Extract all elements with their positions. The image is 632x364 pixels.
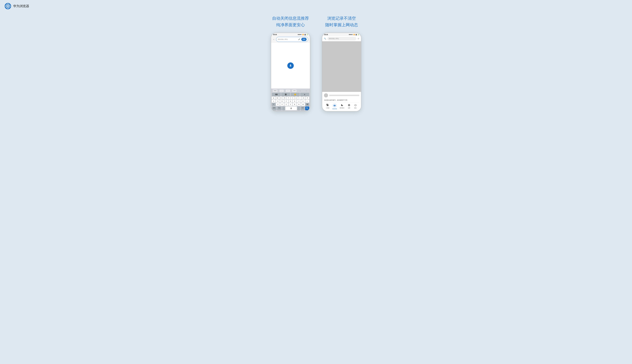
search-icon-2: 🔍 — [324, 38, 326, 40]
key-w[interactable]: W — [276, 96, 279, 100]
camera-dots-icon — [298, 34, 301, 35]
phone-1-status-icons: 📶 ▐▌ 🔋 — [298, 34, 308, 35]
section-2-title: 浏览记录不清空 随时掌握上网动态 — [325, 15, 358, 28]
toolbar-item-exit[interactable]: 退出 — [354, 104, 357, 110]
phone-1-search-bar[interactable]: 搜索或输入网址 🎤 搜索 — [276, 37, 308, 42]
key-123[interactable]: 123 — [301, 106, 305, 110]
keyboard: www. ， / .com ← → ⌨ 🖼 😊 ∨ Q W — [271, 88, 310, 111]
phone-2-search-bar[interactable]: 搜索或输入网址 — [327, 37, 356, 40]
key-keyboard-icon[interactable]: ⌨ — [272, 93, 281, 96]
key-q[interactable]: Q — [272, 96, 275, 100]
key-search-bottom[interactable] — [305, 106, 309, 110]
keyboard-special-row: ⌨ 🖼 😊 ∨ — [271, 93, 310, 96]
toolbar-item-incognito[interactable]: 无痕浏览 — [332, 104, 337, 110]
phone-1-content — [271, 43, 310, 88]
incognito-label: 无痕浏览 — [332, 108, 337, 110]
keyboard-row-2: A S D F G H J K L — [271, 100, 310, 103]
key-p[interactable]: P — [306, 96, 309, 100]
key-com[interactable]: .com — [292, 90, 297, 92]
history-avatar — [324, 93, 328, 98]
phone-2-mockup: 08:08 📶 ▐▌ 🔋 🔍 搜索或输入网址 — [322, 33, 361, 112]
toolbar-item-nightmode[interactable]: 夜间模式 — [340, 104, 344, 110]
section-1: 自动关闭信息流推荐 纯净界面更安心 08:08 📶 ▐▌ 🔋 — [271, 15, 310, 112]
key-expand[interactable]: ∨ — [300, 93, 309, 96]
wifi-icon: 📶 — [302, 34, 304, 35]
settings-icon — [347, 104, 351, 107]
toolbar-item-settings[interactable]: 设置 — [347, 104, 351, 110]
camera-dots-icon-2 — [349, 34, 352, 35]
key-c[interactable]: C — [284, 103, 288, 106]
logo-icon — [5, 2, 12, 10]
wifi-icon-2: 📶 — [353, 34, 355, 35]
mic-icon[interactable]: 🎤 — [298, 38, 300, 40]
nightmode-label: 夜间模式 — [340, 107, 344, 109]
phone-2-status-bar: 08:08 📶 ▐▌ 🔋 — [322, 33, 361, 36]
key-forward[interactable]: → — [304, 90, 308, 92]
history-name — [329, 95, 359, 96]
key-slash[interactable]: / — [286, 90, 290, 92]
key-v[interactable]: V — [289, 103, 292, 106]
key-t[interactable]: T — [287, 96, 290, 100]
toolbar-item-toolbox[interactable]: 工具箱 — [326, 104, 329, 110]
header: 华为浏览器 — [0, 0, 632, 12]
phone-2-nav: 🔍 搜索或输入网址 ↺ — [322, 36, 361, 41]
keyboard-row-3: ⇧ Z X C V B N M ⌫ — [271, 103, 310, 106]
key-h[interactable]: H — [293, 100, 297, 103]
key-z[interactable]: Z — [276, 103, 280, 106]
search-placeholder-2: 搜索或输入网址 — [329, 38, 355, 40]
phone-1-time: 08:08 — [273, 34, 277, 36]
key-chinese[interactable]: 中文 — [277, 106, 282, 110]
key-k[interactable]: K — [301, 100, 305, 103]
key-m[interactable]: M — [301, 103, 305, 106]
main-content: 自动关闭信息流推荐 纯净界面更安心 08:08 📶 ▐▌ 🔋 — [0, 12, 632, 364]
signal-icon-2: ▐▌ — [355, 34, 357, 35]
key-period-bottom[interactable]: 。 — [297, 106, 300, 110]
key-o[interactable]: O — [302, 96, 305, 100]
key-a[interactable]: A — [272, 100, 276, 103]
bottom-toolbar: 工具箱 无痕浏览 夜间模式 — [324, 102, 359, 110]
phone-1-nav: ← 搜索或输入网址 🎤 搜索 — [271, 36, 310, 43]
key-comma-bottom[interactable]: ， — [282, 106, 285, 110]
key-space[interactable] — [285, 106, 297, 110]
signal-icon: ▐▌ — [304, 34, 306, 35]
search-button[interactable]: 搜索 — [301, 38, 307, 41]
phone-1-status-bar: 08:08 📶 ▐▌ 🔋 — [271, 33, 310, 36]
key-b[interactable]: B — [293, 103, 297, 106]
keyboard-bottom-row: 符号 中文 ， 。 123 — [271, 106, 310, 110]
phone-2-content — [322, 41, 361, 92]
key-l[interactable]: L — [305, 100, 309, 103]
history-item — [324, 93, 359, 98]
key-delete[interactable]: ⌫ — [305, 103, 309, 106]
key-s[interactable]: S — [276, 100, 280, 103]
section-1-title: 自动关闭信息流推荐 纯净界面更安心 — [272, 15, 309, 28]
key-comma[interactable]: ， — [279, 90, 284, 92]
keyboard-url-row: www. ， / .com ← → — [271, 89, 310, 92]
key-emoji[interactable]: 😊 — [291, 93, 300, 96]
back-arrow-icon[interactable]: ← — [273, 38, 275, 40]
exit-label: 退出 — [354, 107, 357, 109]
key-i[interactable]: I — [298, 96, 302, 100]
key-r[interactable]: R — [283, 96, 286, 100]
key-d[interactable]: D — [280, 100, 284, 103]
key-g[interactable]: G — [289, 100, 292, 103]
key-n[interactable]: N — [297, 103, 301, 106]
phone-2-bottom-panel: 当前是未成年账号，该功能暂不可用 工具箱 — [322, 92, 361, 111]
settings-label: 设置 — [348, 107, 350, 109]
refresh-icon[interactable]: ↺ — [357, 38, 359, 40]
divider — [301, 38, 301, 40]
key-sticker[interactable]: 🖼 — [281, 93, 290, 96]
key-symbol[interactable]: 符号 — [272, 106, 277, 110]
svg-point-4 — [7, 6, 9, 7]
key-e[interactable]: E — [279, 96, 283, 100]
key-f[interactable]: F — [284, 100, 288, 103]
key-u[interactable]: U — [294, 96, 298, 100]
key-x[interactable]: X — [280, 103, 284, 106]
logo-text: 华为浏览器 — [13, 4, 29, 8]
key-y[interactable]: Y — [291, 96, 294, 100]
key-backspace[interactable]: ← — [298, 90, 302, 92]
keyboard-row-1: Q W E R T Y U I O P — [271, 96, 310, 100]
mic-big-button[interactable] — [287, 62, 294, 69]
key-www[interactable]: www. — [273, 90, 277, 92]
key-j[interactable]: J — [297, 100, 301, 103]
key-shift[interactable]: ⇧ — [272, 103, 276, 106]
